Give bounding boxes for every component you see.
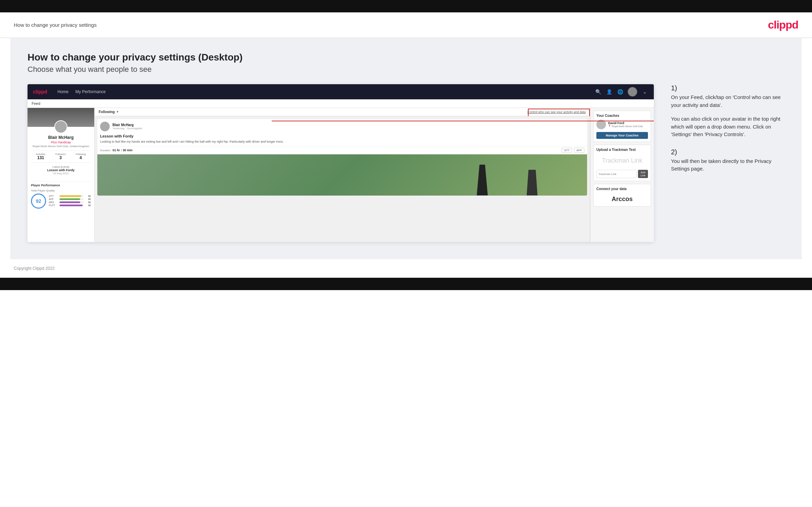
instruction-1: 1) On your Feed, click/tap on 'Control w… [671,84,784,139]
ott-track [59,195,84,197]
app-track [59,198,84,200]
trackman-input[interactable] [596,170,637,178]
duration-value: 01 hr : 30 min [112,148,560,152]
chevron-down-icon[interactable]: ⌄ [641,89,648,95]
duration-label: Duration [100,149,110,152]
mockup-container: clippd Home My Performance 🔍 👤 🌐 ⌄ Feed [28,84,654,242]
pp-title: Player Performance [31,184,91,187]
connect-title: Connect your data [596,187,648,191]
mockup-nav-home[interactable]: Home [57,89,68,94]
ott-tag: OTT [562,148,572,153]
feed-tab-bar: Feed [28,99,654,108]
manage-coaches-button[interactable]: Manage Your Coaches [596,132,648,139]
app-label: APP [49,198,58,200]
post-avatar [100,122,110,131]
ott-bar-row: OTT 90 [49,195,91,197]
main-subtitle: Choose what you want people to see [28,65,784,74]
putt-num: 96 [85,204,91,207]
following-label: Following [99,110,115,114]
coach-club-name: Royal North Devon Golf Club [612,125,643,128]
arccos-brand: Arccos [596,193,648,203]
putt-track [59,205,84,206]
putt-bar-row: PUTT 96 [49,204,91,207]
trackman-input-row: Add Link [596,170,648,178]
avatar [54,120,67,133]
post-author-name: Blair McHarg [112,123,142,127]
content-row: clippd Home My Performance 🔍 👤 🌐 ⌄ Feed [28,84,784,242]
clippd-logo: clippd [768,19,798,31]
putt-label: PUTT [49,204,58,207]
post-image [97,154,587,196]
search-icon[interactable]: 🔍 [595,89,602,95]
main-content: How to change your privacy settings (Des… [10,38,802,259]
page-title: How to change your privacy settings [14,22,97,28]
coach-name: David Ford [608,121,643,125]
main-title: How to change your privacy settings (Des… [28,52,784,63]
coaches-title: Your Coaches [596,114,648,118]
feed-tab-label[interactable]: Feed [32,101,40,106]
feed-post-header: Blair McHarg Yesterday · Sunningdale [97,119,587,134]
sidebar-widgets: Your Coaches David Ford 📍 Royal North De… [590,108,654,242]
post-duration-row: Duration 01 hr : 30 min OTT APP [97,146,587,154]
latest-activity: Latest Activity Lesson with Fordy 03 Aug… [31,165,91,175]
site-header: How to change your privacy settings clip… [0,12,812,38]
following-stat: Following 4 [76,153,86,160]
copyright-text: Copyright Clippd 2022 [14,266,55,271]
app-tag: APP [574,148,584,153]
post-title: Lesson with Fordy [97,134,587,140]
coaches-widget: Your Coaches David Ford 📍 Royal North De… [593,111,651,142]
mockup-nav-performance[interactable]: My Performance [75,89,106,94]
feed-header: Following ▼ Control who can see your act… [95,108,590,116]
feed-post: Blair McHarg Yesterday · Sunningdale Les… [97,119,587,196]
location-icon: 📍 [608,125,611,128]
profile-handicap: Plus Handicap [31,141,91,144]
arg-bar-row: ARG 86 [49,201,91,203]
profile-name: Blair McHarg [31,135,91,140]
followers-label: Followers [55,153,66,155]
mockup-nav: clippd Home My Performance 🔍 👤 🌐 ⌄ [28,84,654,99]
activities-stat: Activities 131 [36,153,45,160]
ott-fill [59,195,81,197]
globe-icon[interactable]: 🌐 [617,89,624,95]
arg-fill [59,201,80,203]
silhouette-2 [526,170,538,196]
instruction-1-number: 1) [671,84,784,92]
trackman-add-button[interactable]: Add Link [638,170,648,178]
putt-fill [59,205,83,206]
trackman-widget: Upload a Trackman Test Trackman Link Add… [593,145,651,181]
profile-club: Royal North Devon Golf Club, United King… [31,145,91,148]
post-author-info: Blair McHarg Yesterday · Sunningdale [112,123,142,130]
player-performance: Player Performance Total Player Quality … [31,181,91,209]
activities-value: 131 [36,155,45,160]
profile-stats: Activities 131 Followers 3 Following 4 [31,151,91,163]
followers-value: 3 [55,155,66,160]
mockup-nav-icons: 🔍 👤 🌐 ⌄ [595,87,648,97]
profile-info: Blair McHarg Plus Handicap Royal North D… [28,127,94,178]
post-body: Looking to feel like my hands are exitin… [97,140,587,146]
silhouette-1 [475,165,489,196]
pp-bars: OTT 90 APP [49,195,91,207]
site-footer: Copyright Clippd 2022 [0,259,812,278]
coach-item: David Ford 📍 Royal North Devon Golf Club [596,120,648,129]
post-meta: Yesterday · Sunningdale [112,127,142,130]
ott-label: OTT [49,195,58,197]
instruction-2-text: You will then be taken directly to the P… [671,157,784,173]
following-value: 4 [76,155,86,160]
app-num: 85 [85,198,91,200]
profile-panel: Blair McHarg Plus Handicap Royal North D… [28,108,95,242]
latest-name: Lesson with Fordy [34,168,87,172]
avatar-button[interactable] [628,87,637,97]
following-label: Following [76,153,86,155]
instruction-2-number: 2) [671,148,784,156]
followers-stat: Followers 3 [55,153,66,160]
coach-club: 📍 Royal North Devon Golf Club [608,125,643,128]
user-icon[interactable]: 👤 [606,89,613,95]
feed-following-dropdown[interactable]: Following ▼ [99,110,119,114]
instruction-2: 2) You will then be taken directly to th… [671,148,784,173]
pp-tpq-label: Total Player Quality [31,189,91,192]
top-bar [0,0,812,12]
privacy-link[interactable]: Control who can see your activity and da… [527,110,586,114]
activities-label: Activities [36,153,45,155]
arg-num: 86 [85,201,91,203]
following-chevron: ▼ [116,110,119,113]
